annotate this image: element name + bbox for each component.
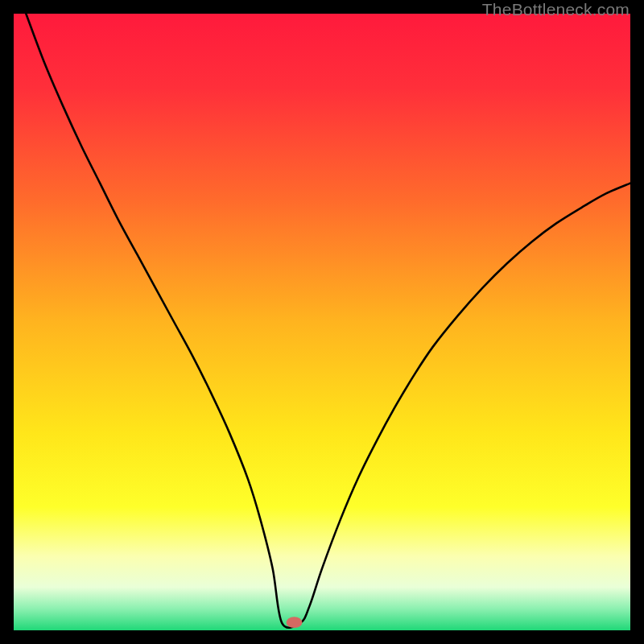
optimum-marker <box>287 617 303 628</box>
chart-frame <box>14 14 630 630</box>
chart-svg <box>14 14 630 630</box>
watermark-text: TheBottleneck.com <box>482 0 630 19</box>
gradient-background <box>14 14 630 630</box>
